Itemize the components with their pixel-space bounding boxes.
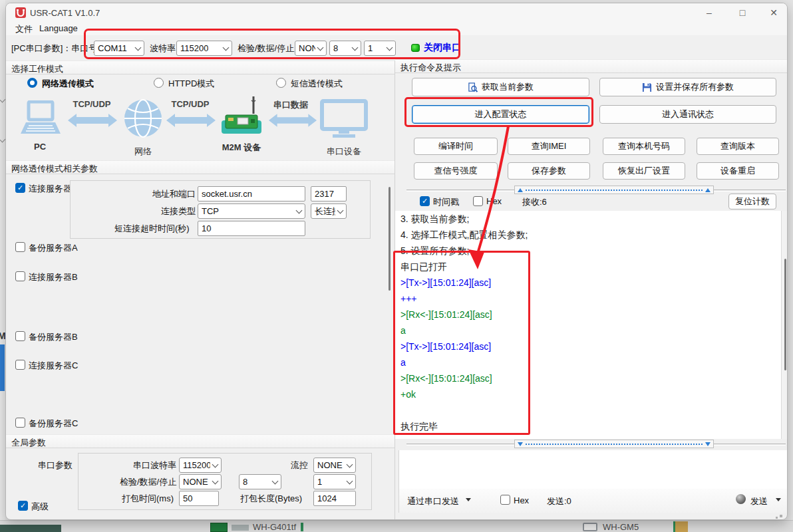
com-port-select[interactable]: COM11	[94, 41, 144, 56]
chevron-down-icon	[352, 44, 359, 51]
close-serial-button[interactable]: 关闭串口	[424, 42, 461, 54]
radio-sms-transparent[interactable]	[276, 78, 286, 88]
log-line: 3. 获取当前参数;	[400, 213, 469, 225]
bottom-slider[interactable]	[514, 440, 714, 448]
radio-net-transparent[interactable]	[27, 78, 37, 88]
stopbits-select[interactable]: 1	[364, 41, 396, 56]
send-button[interactable]: 发送	[750, 495, 768, 507]
radio-httpd-label[interactable]: HTTPD模式	[168, 78, 214, 90]
backup-b-checkbox[interactable]	[15, 331, 25, 341]
pcb-thumbnail	[210, 523, 228, 532]
compile-time-button[interactable]: 编译时间	[414, 138, 498, 155]
floppy-save-icon	[642, 82, 652, 92]
server-port-input[interactable]	[311, 186, 347, 201]
backup-c-label[interactable]: 备份服务器C	[29, 418, 78, 430]
server-b-checkbox[interactable]	[15, 271, 25, 281]
backup-c-checkbox[interactable]	[15, 418, 25, 428]
desktop-label: WH-GM5	[603, 522, 639, 532]
backup-a-checkbox[interactable]	[15, 242, 25, 252]
slider-arrow-icon[interactable]	[518, 188, 523, 192]
radio-httpd[interactable]	[154, 78, 164, 88]
reset-count-button[interactable]: 复位计数	[728, 194, 776, 209]
flow-select[interactable]: NONE	[313, 458, 356, 473]
radio-sms-transparent-label[interactable]: 短信透传模式	[291, 78, 343, 90]
query-version-button[interactable]: 查询版本	[697, 138, 779, 155]
desktop-fragment	[301, 523, 303, 531]
enter-comm-button[interactable]: 进入通讯状态	[599, 105, 776, 124]
server-addr-input[interactable]	[198, 186, 305, 201]
command-section-header: 执行命令及提示	[395, 59, 788, 73]
slider-arrow-icon[interactable]	[518, 442, 523, 446]
backup-b-label[interactable]: 备份服务器B	[29, 331, 78, 343]
conn-mode-select[interactable]: 长连接	[311, 203, 347, 219]
query-signal-button[interactable]: 查信号强度	[414, 162, 498, 180]
timestamp-checkbox[interactable]: ✓	[420, 196, 430, 206]
global-stopbits-select[interactable]: 1	[313, 474, 356, 489]
server-c-label[interactable]: 连接服务器C	[29, 360, 78, 372]
resize-grip[interactable]	[780, 515, 782, 517]
menu-language[interactable]: Language	[37, 23, 80, 33]
global-parity-label: 检验/数据/停止	[120, 476, 176, 488]
minimize-button[interactable]: –	[695, 3, 724, 22]
slider-arrow-icon[interactable]	[705, 188, 711, 192]
databits-select[interactable]: 8	[329, 41, 361, 56]
log-hex-checkbox[interactable]	[473, 196, 483, 206]
get-params-button[interactable]: 获取当前参数	[412, 78, 589, 96]
log-line: >[Tx->][15:01:24][asc]	[400, 277, 491, 288]
set-save-all-button[interactable]: 设置并保存所有参数	[599, 78, 776, 96]
parity-select[interactable]: NONI	[295, 41, 327, 56]
radio-net-transparent-label[interactable]: 网络透传模式	[42, 78, 94, 90]
log-hex-label[interactable]: Hex	[486, 196, 502, 206]
double-arrow-icon	[268, 112, 317, 128]
slider-arrow-icon[interactable]	[705, 442, 711, 446]
log-line: >[Tx->][15:01:24][asc]	[400, 341, 491, 352]
global-parity-select[interactable]: NONE	[179, 474, 222, 489]
maximize-button[interactable]: □	[728, 3, 757, 22]
timeout-input[interactable]	[198, 221, 305, 236]
chevron-down-icon	[223, 44, 230, 51]
factory-reset-button[interactable]: 恢复出厂设置	[603, 162, 685, 180]
pack-len-input[interactable]	[313, 491, 356, 506]
enter-config-button[interactable]: 进入配置状态	[412, 105, 589, 124]
log-area[interactable]: 3. 获取当前参数; 4. 选择工作模式,配置相关参数; 5. 设置所有参数; …	[395, 211, 781, 439]
query-number-button[interactable]: 查询本机号码	[603, 138, 685, 155]
conn-type-select[interactable]: TCP	[198, 203, 305, 219]
send-caret-icon[interactable]	[776, 498, 781, 501]
send-hex-label[interactable]: Hex	[514, 495, 529, 505]
send-via-dropdown[interactable]: 通过串口发送	[407, 495, 459, 507]
node-label: M2M 设备	[222, 142, 261, 154]
slider-track	[526, 190, 703, 191]
chevron-down-icon	[135, 44, 142, 51]
advanced-label[interactable]: 高级	[31, 501, 49, 513]
global-databits-select[interactable]: 8	[239, 474, 281, 489]
send-textarea[interactable]	[399, 450, 788, 489]
server-b-label[interactable]: 连接服务器B	[29, 271, 78, 283]
device-restart-button[interactable]: 设备重启	[697, 162, 779, 180]
log-scrollbar-track[interactable]	[781, 211, 788, 439]
resize-grip[interactable]	[776, 517, 778, 519]
pack-time-input[interactable]	[179, 491, 219, 506]
node-label: 网络	[134, 146, 152, 158]
save-params-button[interactable]: 保存参数	[508, 162, 590, 180]
baud-select[interactable]: 115200	[176, 41, 232, 56]
log-scrollbar-thumb[interactable]	[784, 259, 786, 370]
close-button[interactable]: ✕	[759, 3, 788, 22]
log-line: 5. 设置所有参数;	[400, 245, 469, 257]
net-params-section-header: 网络透传模式相关参数	[6, 160, 395, 174]
log-line: a	[400, 325, 406, 336]
menu-file[interactable]: 文件	[13, 23, 35, 35]
title-bar[interactable]: USR-CAT1 V1.0.7 – □ ✕	[6, 3, 787, 22]
left-panel-scrollbar[interactable]	[389, 187, 391, 291]
server-a-checkbox[interactable]: ✓	[15, 183, 25, 193]
log-line: >[Rx<-][15:01:24][asc]	[400, 373, 492, 384]
dropdown-caret-icon[interactable]	[466, 498, 471, 501]
query-imei-button[interactable]: 查询IMEI	[508, 138, 590, 155]
serial-status-led-icon	[411, 44, 420, 52]
timestamp-label[interactable]: 时间戳	[433, 196, 459, 208]
backup-a-label[interactable]: 备份服务器A	[29, 242, 78, 254]
top-slider[interactable]	[514, 186, 714, 194]
server-c-checkbox[interactable]	[15, 360, 25, 370]
advanced-checkbox[interactable]: ✓	[18, 501, 28, 511]
send-hex-checkbox[interactable]	[500, 495, 510, 505]
global-baud-select[interactable]: 115200	[179, 458, 222, 473]
